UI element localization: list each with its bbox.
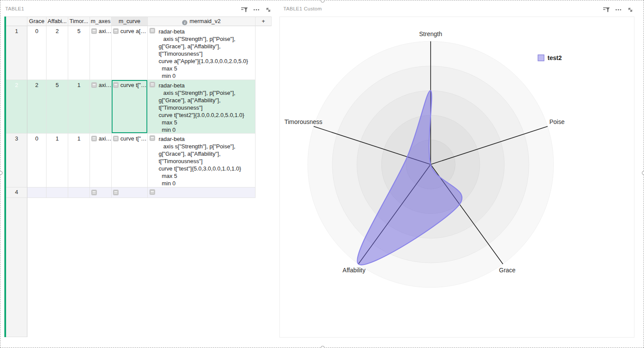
cell-text: axi… [99, 28, 112, 34]
resize-handle-right[interactable] [642, 171, 644, 175]
cell-m_axes[interactable] [90, 187, 112, 198]
header-cell-affability[interactable]: Affabi... [46, 17, 68, 26]
notes-icon [149, 189, 155, 195]
mermaid-source-text: radar-beta axis s["Strength"], p["Poise"… [159, 135, 241, 187]
cell-mermaid-v2[interactable]: radar-beta axis s["Strength"], p["Poise"… [148, 26, 256, 80]
cell-grace[interactable]: 0 [27, 26, 46, 80]
cell-grace[interactable]: 0 [27, 134, 46, 187]
notes-icon [113, 82, 119, 88]
cell-affability[interactable]: 2 [46, 26, 68, 80]
radar-chart-svg: StrengthPoiseGraceAffabilityTimorousness… [280, 17, 634, 337]
table-row: 1025axi…curve a[…radar-beta axis s["Stre… [6, 26, 272, 80]
notes-icon [91, 28, 97, 34]
expand-icon [265, 7, 272, 13]
cell-timorousness[interactable] [68, 187, 90, 198]
mermaid-source-text: radar-beta axis s["Strength"], p["Poise"… [159, 82, 244, 134]
notes-icon [113, 28, 119, 34]
cell-affability[interactable] [46, 187, 68, 198]
table-header-row: GraceAffabi...Timor...m_axesm_curveimerm… [6, 17, 272, 26]
cell-grace[interactable] [27, 187, 46, 198]
header-cell-timorousness[interactable]: Timor... [68, 17, 90, 26]
cell-text: axi… [99, 82, 112, 88]
table-accent-bar [4, 17, 6, 337]
notes-icon [91, 82, 97, 88]
cell-text: curve t["… [120, 135, 146, 142]
expand-icon [627, 7, 634, 13]
notes-icon [149, 82, 155, 87]
cell-affability[interactable]: 1 [46, 134, 68, 187]
row-number-cell[interactable]: 2 [6, 80, 27, 134]
radar-axis-label-grace: Grace [499, 267, 515, 274]
table-row: 3011axi…curve t["…radar-beta axis s["Str… [6, 134, 272, 187]
cell-mermaid-v2[interactable] [148, 187, 256, 198]
more-icon [615, 7, 622, 13]
cell-m_curve[interactable]: curve a[… [112, 26, 148, 80]
header-cell-mermaid_v2[interactable]: imermaid_v2 [148, 17, 256, 26]
more-options-button[interactable] [252, 5, 261, 14]
radar-axis-label-timorousness: Timorousness [284, 118, 322, 125]
sort-filter-icon [603, 7, 610, 13]
row-number-cell[interactable]: 4 [6, 187, 27, 198]
header-cell-m_curve[interactable]: m_curve [112, 17, 148, 26]
notes-icon [91, 190, 97, 195]
cell-text: curve a[… [120, 28, 146, 34]
row-number-cell[interactable]: 3 [6, 134, 27, 187]
notes-icon [149, 28, 155, 33]
resize-handle-bottom[interactable] [321, 346, 325, 348]
cell-timorousness[interactable]: 1 [68, 134, 90, 187]
chart-expand-button[interactable] [626, 5, 634, 14]
cell-timorousness[interactable]: 1 [68, 80, 90, 134]
info-icon: i [182, 20, 187, 25]
notes-icon [91, 136, 97, 141]
more-icon [253, 7, 260, 13]
radar-chart: StrengthPoiseGraceAffabilityTimorousness… [279, 17, 634, 338]
data-table: GraceAffabi...Timor...m_axesm_curveimerm… [6, 17, 272, 198]
cell-m_axes[interactable]: axi… [90, 134, 112, 187]
cell-affability[interactable]: 5 [46, 80, 68, 134]
resize-handle-left[interactable] [0, 171, 3, 175]
row-number-cell[interactable]: 1 [6, 26, 27, 80]
cell-m_axes[interactable]: axi… [90, 26, 112, 80]
resize-handle-top[interactable] [321, 0, 325, 3]
radar-axis-label-strength: Strength [419, 30, 442, 37]
cell-m_curve[interactable]: curve t["… [112, 134, 148, 187]
header-cell-num[interactable] [6, 17, 27, 26]
cell-timorousness[interactable]: 5 [68, 26, 90, 80]
radar-axis-label-poise: Poise [549, 118, 564, 125]
cell-m_curve[interactable] [112, 187, 148, 198]
header-cell-m_axes[interactable]: m_axes [90, 17, 112, 26]
cell-mermaid-v2[interactable]: radar-beta axis s["Strength"], p["Poise"… [148, 134, 256, 187]
radar-axis-label-affability: Affability [342, 267, 365, 274]
cell-text: curve t["… [120, 82, 146, 88]
notes-icon [113, 136, 119, 141]
row-gutter-extension [6, 198, 27, 337]
chart-panel-title: TABLE1 Custom [283, 6, 322, 11]
expand-button[interactable] [264, 5, 272, 14]
notes-icon [113, 190, 119, 195]
cell-m_axes[interactable]: axi… [90, 80, 112, 134]
legend-swatch [538, 55, 544, 61]
cell-text: axi… [99, 135, 112, 142]
legend-label: test2 [548, 54, 562, 61]
cell-m_curve[interactable]: curve t["… [112, 80, 148, 134]
notes-icon [149, 135, 155, 141]
table-row: 2251axi…curve t["…radar-beta axis s["Str… [6, 80, 272, 134]
cell-mermaid-v2[interactable]: radar-beta axis s["Strength"], p["Poise"… [148, 80, 256, 134]
table-panel-title: TABLE1 [5, 6, 24, 11]
cell-grace[interactable]: 2 [27, 80, 46, 134]
header-cell-grace[interactable]: Grace [27, 17, 46, 26]
sort-filter-button[interactable] [240, 5, 249, 14]
chart-more-options-button[interactable] [614, 5, 623, 14]
header-label: mermaid_v2 [189, 18, 221, 24]
add-column-button[interactable]: + [256, 17, 272, 26]
table-row: 4 [6, 187, 272, 198]
sort-filter-icon [241, 7, 248, 13]
mermaid-source-text: radar-beta axis s["Strength"], p["Poise"… [159, 28, 248, 80]
chart-sort-filter-button[interactable] [602, 5, 611, 14]
